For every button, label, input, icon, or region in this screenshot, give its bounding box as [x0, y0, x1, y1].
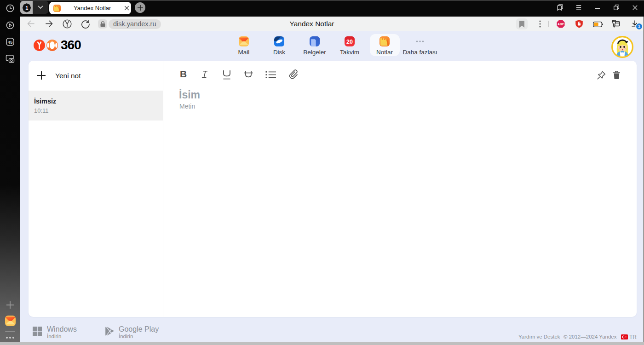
svg-text:1: 1 — [25, 5, 28, 11]
svg-text:45: 45 — [8, 40, 13, 45]
svg-text:20: 20 — [346, 39, 353, 45]
svg-text:ABP: ABP — [558, 23, 564, 26]
